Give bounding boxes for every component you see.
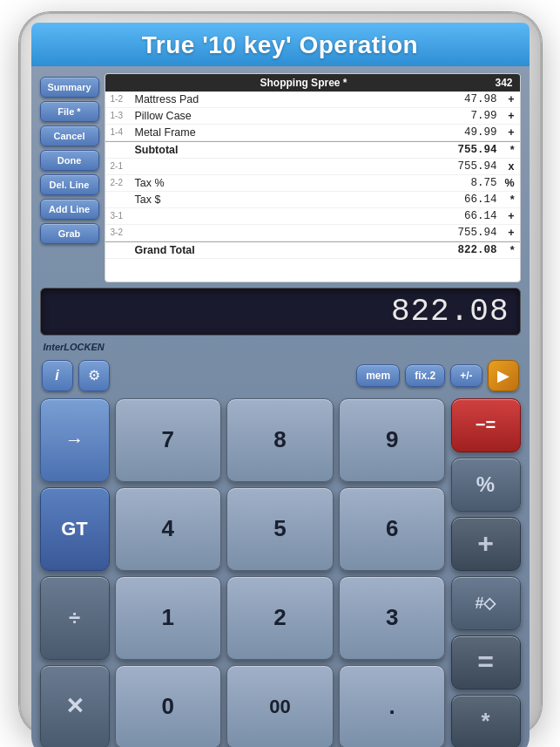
table-row-subtotal: Subtotal 755.94 *: [105, 141, 520, 159]
add-line-button[interactable]: Add Line: [40, 199, 99, 220]
top-banner: True '10 key' Operation: [31, 23, 530, 66]
table-row-grand-total: Grand Total 822.08 *: [105, 241, 520, 259]
info-button[interactable]: i: [42, 360, 73, 391]
table-row: Tax $ 66.14 *: [105, 192, 520, 208]
left-keys: → GT ÷ ✕: [40, 398, 110, 748]
arrow-key[interactable]: →: [40, 398, 110, 482]
done-button[interactable]: Done: [40, 150, 99, 171]
key-6[interactable]: 6: [339, 487, 446, 571]
cancel-button[interactable]: Cancel: [40, 126, 99, 146]
table-row: 2-1 755.94 x: [105, 159, 520, 175]
sign-button[interactable]: +/-: [450, 364, 482, 387]
table-row: 2-2 Tax % 8.75 %: [105, 175, 520, 192]
brand-label: InterLOCKEN: [40, 341, 521, 353]
key-1[interactable]: 1: [115, 576, 222, 660]
file-button[interactable]: File *: [40, 101, 99, 122]
receipt-title: Shopping Spree *: [112, 77, 496, 89]
mem-button[interactable]: mem: [356, 364, 400, 387]
table-row: 3-2 755.94 +: [105, 225, 520, 241]
chevron-right-icon: ▶: [497, 366, 509, 385]
fix2-button[interactable]: fix.2: [405, 364, 445, 387]
table-row: 3-1 66.14 +: [105, 208, 520, 225]
receipt-rows: 1-2 Mattress Pad 47.98 + 1-3 Pillow Case…: [105, 92, 520, 282]
table-row: 1-3 Pillow Case 7.99 +: [105, 108, 520, 125]
tape-area: Summary File * Cancel Done Del. Line Add…: [40, 73, 521, 282]
key-0[interactable]: 0: [115, 665, 222, 748]
grab-button[interactable]: Grab: [40, 223, 99, 244]
display-value: 822.08: [391, 294, 509, 329]
star-key[interactable]: *: [451, 695, 521, 748]
center-keys: 7 8 9 4 5 6 1 2 3 0 00 .: [115, 398, 446, 748]
banner-text: True '10 key' Operation: [142, 31, 418, 58]
summary-button[interactable]: Summary: [40, 77, 99, 98]
key-9[interactable]: 9: [339, 398, 446, 482]
keypad: → GT ÷ ✕ 7 8 9 4 5 6 1 2 3 0 00 .: [40, 398, 521, 748]
divide-key[interactable]: ÷: [40, 576, 110, 660]
ipad-shell: True '10 key' Operation Summary File * C…: [19, 12, 542, 736]
del-line-button[interactable]: Del. Line: [40, 174, 99, 195]
receipt-number: 342: [495, 77, 512, 89]
percent-key[interactable]: %: [451, 458, 521, 512]
arrow-right-button[interactable]: ▶: [488, 360, 519, 391]
multiply-key[interactable]: ✕: [40, 665, 110, 748]
right-keys: −= % + #◇ = *: [451, 398, 521, 748]
equals-key[interactable]: =: [451, 635, 521, 689]
side-buttons: Summary File * Cancel Done Del. Line Add…: [40, 73, 99, 282]
key-4[interactable]: 4: [115, 487, 222, 571]
main-display: 822.08: [40, 288, 521, 336]
calc-body: Summary File * Cancel Done Del. Line Add…: [31, 66, 530, 748]
plus-key[interactable]: +: [451, 517, 521, 571]
minus-eq-key[interactable]: −=: [451, 398, 521, 452]
key-7[interactable]: 7: [115, 398, 222, 482]
info-icon: i: [55, 368, 58, 384]
utility-row: i ⚙ mem fix.2 +/- ▶: [40, 358, 521, 393]
key-8[interactable]: 8: [226, 398, 334, 482]
key-2[interactable]: 2: [226, 576, 334, 660]
settings-button[interactable]: ⚙: [78, 360, 110, 391]
key-00[interactable]: 00: [226, 665, 334, 748]
table-row: 1-4 Metal Frame 49.99 +: [105, 125, 520, 141]
hash-key[interactable]: #◇: [451, 576, 521, 630]
gear-icon: ⚙: [88, 367, 100, 384]
receipt-display: Shopping Spree * 342 1-2 Mattress Pad 47…: [105, 73, 521, 282]
gt-key[interactable]: GT: [40, 487, 110, 571]
key-decimal[interactable]: .: [339, 665, 446, 748]
key-3[interactable]: 3: [339, 576, 446, 660]
receipt-header: Shopping Spree * 342: [105, 74, 520, 92]
table-row: 1-2 Mattress Pad 47.98 +: [105, 92, 520, 108]
key-5[interactable]: 5: [226, 487, 334, 571]
